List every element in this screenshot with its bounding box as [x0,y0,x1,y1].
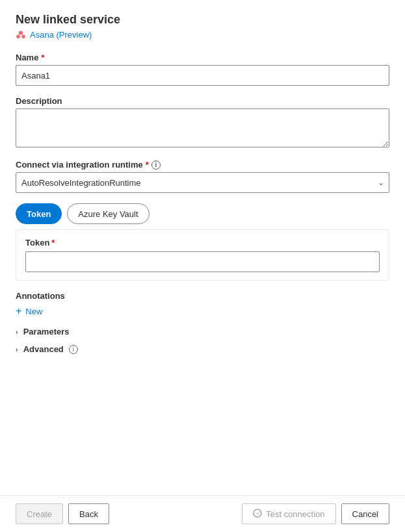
footer: Create Back Test connection Cancel [0,495,405,532]
advanced-expand-row[interactable]: › Advanced i [16,344,389,354]
subtitle-text: Asana (Preview) [30,30,92,40]
name-input[interactable] [16,65,389,86]
parameters-expand-row[interactable]: › Parameters [16,327,389,336]
advanced-chevron-icon: › [16,346,18,353]
svg-point-3 [254,509,261,517]
test-connection-label: Test connection [266,509,324,519]
auth-tab-group: Token Azure Key Vault [16,203,389,224]
annotations-label: Annotations [16,291,389,301]
runtime-field-group: Connect via integration runtime * i Auto… [16,160,389,193]
runtime-select-wrapper: AutoResolveIntegrationRuntime ⌄ [16,172,389,193]
description-field-group: Description [16,96,389,149]
cancel-button[interactable]: Cancel [341,503,389,524]
annotations-group: Annotations + New [16,291,389,316]
runtime-label: Connect via integration runtime * i [16,160,389,170]
panel-subtitle: Asana (Preview) [16,29,389,40]
name-field-group: Name * [16,53,389,86]
token-section: Token * [16,229,389,281]
svg-point-1 [16,34,20,38]
name-required: * [41,53,44,62]
parameters-label: Parameters [23,327,70,336]
create-button[interactable]: Create [16,503,63,524]
name-label: Name * [16,53,389,62]
test-connection-icon [253,509,262,520]
test-connection-button[interactable]: Test connection [242,503,335,524]
runtime-required: * [146,160,149,170]
azure-keyvault-tab[interactable]: Azure Key Vault [67,203,149,224]
svg-point-2 [21,34,25,38]
token-label: Token * [25,238,380,247]
add-annotation-label: New [25,307,42,316]
footer-left: Create Back [16,503,109,524]
advanced-info-icon[interactable]: i [69,345,78,354]
advanced-label: Advanced [23,344,64,354]
svg-point-0 [19,31,23,34]
asana-icon [16,29,26,40]
runtime-select[interactable]: AutoResolveIntegrationRuntime [16,172,389,193]
add-annotation-button[interactable]: + New [16,306,42,316]
plus-icon: + [16,306,21,316]
description-label: Description [16,96,389,106]
token-required: * [51,238,55,247]
token-input[interactable] [25,251,380,272]
main-panel: New linked service Asana (Preview) Name … [0,0,405,495]
page-title: New linked service [16,13,389,27]
token-tab[interactable]: Token [16,203,62,224]
back-button[interactable]: Back [68,503,109,524]
description-input[interactable] [16,108,389,147]
parameters-chevron-icon: › [16,328,18,336]
footer-right: Test connection Cancel [242,503,389,524]
runtime-info-icon[interactable]: i [151,160,161,170]
